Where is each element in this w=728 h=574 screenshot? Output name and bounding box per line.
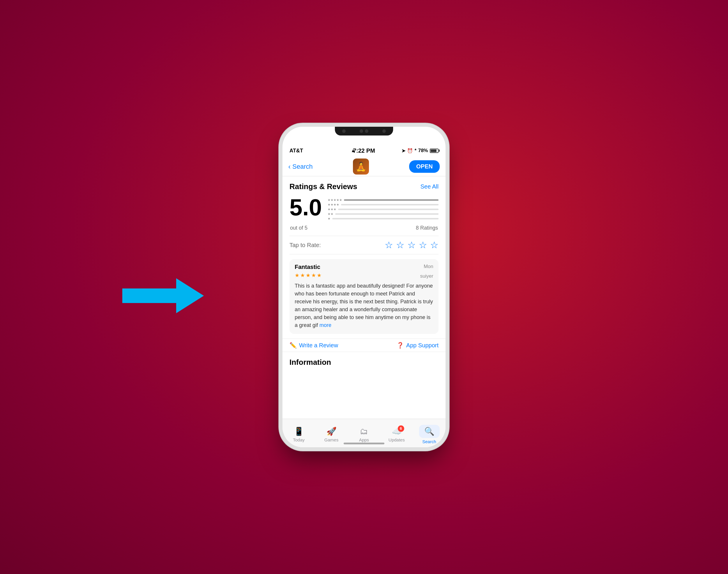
see-all-link[interactable]: See All <box>420 183 439 190</box>
tab-games-label: Games <box>324 437 338 442</box>
bar-row-5: ★★★★★ <box>328 198 439 202</box>
back-label: Search <box>292 163 313 170</box>
bluetooth-icon: * <box>415 148 416 153</box>
review-star-5: ★ <box>317 272 321 279</box>
bar-bg-2 <box>335 213 439 215</box>
phone-notch-bar <box>282 127 446 144</box>
tab-today[interactable]: 📱 Today <box>284 426 313 442</box>
tab-updates[interactable]: ☁️ 6 Updates <box>382 426 411 442</box>
today-icon: 📱 <box>294 426 304 436</box>
bar-bg-3 <box>338 209 439 210</box>
back-chevron-icon: ‹ <box>288 163 290 171</box>
rate-star-3[interactable]: ☆ <box>407 240 416 251</box>
notch-center <box>360 129 368 133</box>
updates-badge: 6 <box>398 425 404 432</box>
star-5-label: ★★★★★ <box>328 198 342 202</box>
phone-wrapper: AT&T ▲ 7:22 PM ➤ ⏰ * 78% ‹ Search 🧘 OP <box>282 127 446 447</box>
status-right: ➤ ⏰ * 78% <box>402 148 439 154</box>
bar-fill-5 <box>344 199 439 201</box>
write-review-link[interactable]: ✏️ Write a Review <box>289 342 338 349</box>
actions-row: ✏️ Write a Review ❓ App Support <box>282 338 446 352</box>
app-support-label: App Support <box>406 342 439 349</box>
tab-apps-label: Apps <box>359 437 369 442</box>
num-ratings-label: 8 Ratings <box>416 225 438 231</box>
alarm-icon: ⏰ <box>407 148 413 154</box>
rating-bars: ★★★★★ ★★★★ ★★★ ★★ <box>328 196 439 221</box>
rating-value: 5.0 <box>289 196 322 219</box>
tab-updates-label: Updates <box>389 437 405 442</box>
ratings-section: Ratings & Reviews See All 5.0 ★★★★★ ★★★★ <box>282 176 446 338</box>
ratings-title: Ratings & Reviews <box>289 182 357 191</box>
notch <box>335 127 393 135</box>
apps-icon: 🗂 <box>360 426 368 436</box>
review-star-2: ★ <box>300 272 305 279</box>
out-of-label: out of 5 <box>290 225 308 231</box>
bar-row-3: ★★★ <box>328 207 439 211</box>
home-indicator <box>344 443 384 444</box>
rate-star-2[interactable]: ☆ <box>396 240 405 251</box>
phone: AT&T ▲ 7:22 PM ➤ ⏰ * 78% ‹ Search 🧘 OP <box>282 127 446 447</box>
battery-icon <box>430 149 439 153</box>
tab-apps[interactable]: 🗂 Apps <box>350 426 378 442</box>
games-icon: 🚀 <box>326 426 336 436</box>
tab-search[interactable]: 🔍 Search <box>415 425 444 444</box>
tap-to-rate-label: Tap to Rate: <box>289 242 321 249</box>
review-title: Fantastic <box>295 264 320 271</box>
review-star-3: ★ <box>306 272 310 279</box>
information-title: Information <box>289 358 331 367</box>
status-bar: AT&T ▲ 7:22 PM ➤ ⏰ * 78% <box>282 144 446 157</box>
app-icon: 🧘 <box>353 159 369 174</box>
nav-bar: ‹ Search 🧘 OPEN <box>282 157 446 176</box>
notch-dot-left <box>342 129 346 133</box>
tab-today-label: Today <box>293 437 305 442</box>
battery-fill <box>431 150 437 152</box>
location-icon: ➤ <box>402 148 405 154</box>
search-icon: 🔍 <box>424 427 435 436</box>
notch-dot-center2 <box>365 129 368 133</box>
tab-games[interactable]: 🚀 Games <box>317 426 346 442</box>
tap-to-rate: Tap to Rate: ☆ ☆ ☆ ☆ ☆ <box>289 236 439 254</box>
time-label: 7:22 PM <box>353 148 375 154</box>
star-2-label: ★★ <box>328 212 333 216</box>
bar-bg-5 <box>344 199 439 201</box>
ratings-header: Ratings & Reviews See All <box>289 182 439 191</box>
review-more-link[interactable]: more <box>319 322 331 328</box>
rating-number-block: 5.0 <box>289 196 322 219</box>
information-section: Information <box>282 352 446 373</box>
rating-meta: out of 5 8 Ratings <box>289 225 439 231</box>
app-support-link[interactable]: ❓ App Support <box>397 342 439 349</box>
notch-dot-center1 <box>360 129 363 133</box>
star-4-label: ★★★★ <box>328 203 339 207</box>
rate-star-5[interactable]: ☆ <box>430 240 439 251</box>
bar-bg-4 <box>341 204 439 205</box>
open-button[interactable]: OPEN <box>409 160 440 173</box>
content-area: Ratings & Reviews See All 5.0 ★★★★★ ★★★★ <box>282 176 446 447</box>
star-1-label: ★ <box>328 217 330 220</box>
carrier-label: AT&T <box>289 148 303 154</box>
tab-search-label: Search <box>422 439 436 444</box>
review-header: Fantastic Mon <box>295 264 433 271</box>
rate-stars[interactable]: ☆ ☆ ☆ ☆ ☆ <box>385 240 439 251</box>
bar-row-1: ★ <box>328 217 439 220</box>
blue-arrow <box>122 278 204 313</box>
rate-star-1[interactable]: ☆ <box>385 240 393 251</box>
search-tab-bg: 🔍 <box>419 425 440 438</box>
review-stars: ★ ★ ★ ★ ★ <box>295 272 321 279</box>
rating-display: 5.0 ★★★★★ ★★★★ ★★★ <box>289 196 439 221</box>
write-review-icon: ✏️ <box>289 342 297 349</box>
review-author: suiyer <box>420 273 433 279</box>
bar-row-2: ★★ <box>328 212 439 216</box>
bar-bg-1 <box>332 218 439 219</box>
review-star-4: ★ <box>311 272 316 279</box>
review-card: Fantastic Mon ★ ★ ★ ★ ★ suiyer <box>289 259 439 334</box>
back-button[interactable]: ‹ Search <box>288 163 313 171</box>
review-date: Mon <box>424 264 433 270</box>
rate-star-4[interactable]: ☆ <box>419 240 427 251</box>
review-body: This is a fantastic app and beautifully … <box>295 282 433 329</box>
write-review-label: Write a Review <box>299 342 338 349</box>
battery-percent: 78% <box>418 148 428 154</box>
star-3-label: ★★★ <box>328 207 336 211</box>
bar-row-4: ★★★★ <box>328 203 439 207</box>
notch-dot-right <box>382 129 386 133</box>
app-support-icon: ❓ <box>397 342 404 349</box>
